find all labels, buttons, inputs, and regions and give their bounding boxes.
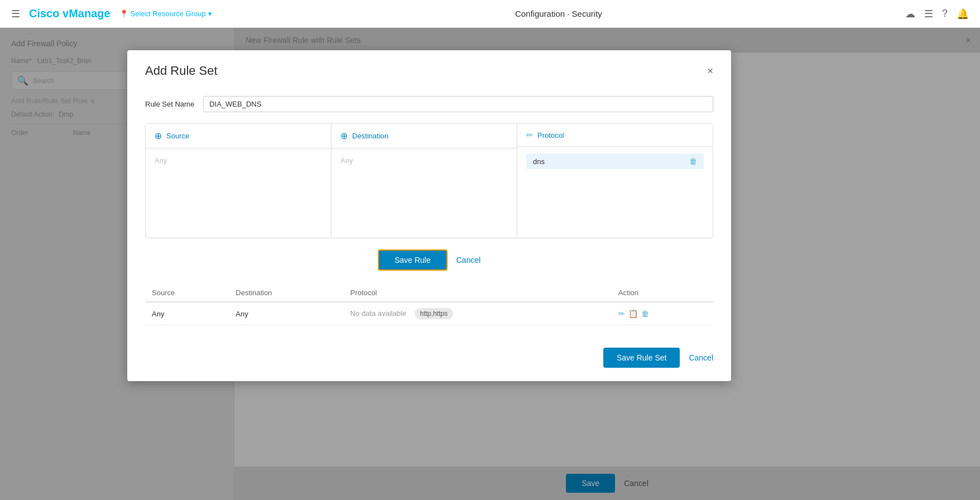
top-navigation: ☰ Cisco vManage 📍 Select Resource Group … <box>0 0 980 28</box>
topnav-left: ☰ Cisco vManage 📍 Select Resource Group … <box>11 7 212 20</box>
modal-body: Rule Set Name ⊕ Source Any ⊕ Destination <box>127 87 731 339</box>
protocol-name-dns: dns <box>533 157 545 166</box>
action-row: Save Rule Cancel <box>145 249 713 271</box>
protocol-column: ✏ Protocol dns 🗑 <box>517 124 713 238</box>
row-destination: Any <box>229 302 343 325</box>
destination-col-th: Destination <box>229 284 343 302</box>
hamburger-menu-icon[interactable]: ☰ <box>11 8 20 20</box>
modal-close-button[interactable]: × <box>707 65 713 77</box>
destination-add-icon[interactable]: ⊕ <box>340 131 348 141</box>
source-col-th: Source <box>145 284 229 302</box>
rule-set-name-label: Rule Set Name <box>145 100 194 108</box>
topnav-right: ☁ ☰ ? 🔔 <box>905 8 969 20</box>
destination-placeholder: Any <box>340 156 353 165</box>
protocol-col-th: Protocol <box>344 284 612 302</box>
destination-col-header-text: Destination <box>352 132 388 140</box>
cancel-rule-button[interactable]: Cancel <box>457 256 481 265</box>
source-column: ⊕ Source Any <box>146 124 332 238</box>
source-add-icon[interactable]: ⊕ <box>155 131 162 141</box>
protocol-col-header-text: Protocol <box>537 131 564 140</box>
app-logo: Cisco vManage <box>29 7 111 20</box>
modal-header: Add Rule Set × <box>127 50 731 87</box>
modal-footer: Save Rule Set Cancel <box>127 339 731 381</box>
location-icon: 📍 <box>119 9 128 18</box>
row-protocol: No data available http,https <box>344 302 612 325</box>
edit-icon[interactable]: ✏ <box>618 309 625 318</box>
rules-table: Source Destination Protocol Action Any A… <box>145 284 713 325</box>
page-title: Configuration · Security <box>515 9 602 18</box>
dns-delete-icon[interactable]: 🗑 <box>689 157 697 166</box>
rule-set-name-row: Rule Set Name <box>145 96 713 112</box>
source-col-body: Any <box>146 148 331 238</box>
protocol-col-header: ✏ Protocol <box>517 124 713 147</box>
action-icons: ✏ 📋 🗑 <box>618 309 707 318</box>
destination-col-header: ⊕ Destination <box>332 124 517 148</box>
source-placeholder: Any <box>155 156 167 165</box>
cloud-icon[interactable]: ☁ <box>905 8 915 20</box>
no-data-text: No data available <box>350 309 406 318</box>
action-col-th: Action <box>612 284 713 302</box>
menu-icon[interactable]: ☰ <box>924 8 933 20</box>
table-header-row: Source Destination Protocol Action <box>145 284 713 302</box>
destination-col-body: Any <box>332 148 517 238</box>
protocol-badge: http,https <box>415 308 453 319</box>
resource-group-selector[interactable]: 📍 Select Resource Group ▾ <box>119 9 212 18</box>
rule-columns: ⊕ Source Any ⊕ Destination Any <box>145 123 713 238</box>
chevron-down-icon: ▾ <box>208 9 212 18</box>
logo-text: Cisco vManage <box>29 7 111 20</box>
row-action: ✏ 📋 🗑 <box>612 302 713 325</box>
copy-icon[interactable]: 📋 <box>628 309 638 318</box>
save-rule-set-button[interactable]: Save Rule Set <box>603 348 680 368</box>
protocol-col-body: dns 🗑 <box>517 147 713 236</box>
source-col-header-text: Source <box>166 132 189 140</box>
protocol-pencil-icon: ✏ <box>526 131 533 140</box>
row-source: Any <box>145 302 229 325</box>
source-col-header: ⊕ Source <box>146 124 331 148</box>
rule-set-name-input[interactable] <box>203 96 713 112</box>
table-row: Any Any No data available http,https ✏ 📋… <box>145 302 713 325</box>
modal-title: Add Rule Set <box>145 64 218 78</box>
cancel-rule-set-button[interactable]: Cancel <box>689 353 713 362</box>
delete-row-icon[interactable]: 🗑 <box>641 309 649 318</box>
help-icon[interactable]: ? <box>942 8 948 20</box>
notification-bell-icon[interactable]: 🔔 <box>957 8 969 20</box>
add-rule-set-modal: Add Rule Set × Rule Set Name ⊕ Source An… <box>127 50 731 381</box>
resource-group-label: Select Resource Group <box>131 9 206 18</box>
protocol-item-dns: dns 🗑 <box>526 153 704 169</box>
save-rule-button[interactable]: Save Rule <box>378 249 448 271</box>
destination-column: ⊕ Destination Any <box>332 124 517 238</box>
